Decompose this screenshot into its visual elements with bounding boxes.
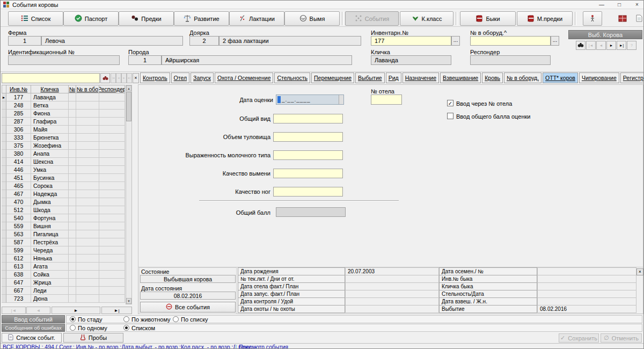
- toolbar-button-passport[interactable]: Паспорт: [63, 11, 119, 26]
- cow-row[interactable]: 446 Умка: [2, 166, 125, 174]
- list-next-page-button[interactable]: ►: [52, 307, 100, 314]
- search-input[interactable]: [2, 73, 100, 83]
- tab-registracia[interactable]: Регистрация: [620, 72, 643, 83]
- evaluation-field-input[interactable]: [273, 132, 343, 142]
- cow-row[interactable]: 287 Глафира: [2, 118, 125, 126]
- col-equip-no[interactable]: № в обо: [76, 85, 99, 93]
- tab-no-v-oborud[interactable]: № в оборуд.: [504, 72, 541, 83]
- cow-row[interactable]: 285 Фиона: [2, 110, 125, 118]
- toolbar-button-list[interactable]: Список: [8, 11, 63, 26]
- scrollbar-thumb[interactable]: [126, 92, 131, 121]
- toolbar-button-ancestors[interactable]: Предки: [119, 11, 174, 26]
- evaluation-date-input[interactable]: _.__.____: [276, 94, 344, 105]
- cow-row[interactable]: 563 Пигалица: [2, 230, 125, 238]
- col-no[interactable]: №: [69, 85, 76, 93]
- cow-row[interactable]: 638 Сойка: [2, 271, 125, 279]
- radio-by-herd[interactable]: [70, 316, 76, 322]
- cow-row[interactable]: 587 Пестрёха: [2, 238, 125, 246]
- tab-naznachenie[interactable]: Назначение: [402, 72, 439, 83]
- samples-button[interactable]: Пробы: [63, 333, 123, 343]
- toolbar-button-bulls[interactable]: Быки: [460, 11, 516, 26]
- search-close-button[interactable]: ×: [133, 73, 139, 83]
- maximize-button[interactable]: □: [614, 1, 625, 9]
- toolbar-button-development[interactable]: Развитие: [174, 11, 229, 26]
- cow-row[interactable]: 333 Брюнетка: [2, 134, 125, 142]
- date-spinner[interactable]: [339, 95, 343, 104]
- tab-krov[interactable]: Кровь: [482, 72, 503, 83]
- card-cabinet-icon[interactable]: [617, 12, 628, 25]
- tab-stelnost[interactable]: Стельность: [274, 72, 310, 83]
- tab-ohota-osemenenie[interactable]: Охота / Осеменение: [215, 72, 274, 83]
- cow-row[interactable]: 612 Нянька: [2, 255, 125, 263]
- all-events-button[interactable]: Все события: [140, 302, 236, 312]
- list-last-page-button[interactable]: ►|: [101, 307, 132, 314]
- cow-row[interactable]: 723 Дюна: [2, 295, 125, 303]
- cow-row[interactable]: 613 Агата: [2, 263, 125, 271]
- next-record-button[interactable]: ►: [606, 41, 616, 50]
- radio-by-animal[interactable]: [123, 316, 129, 322]
- events-list-button[interactable]: Список событ.: [2, 333, 62, 343]
- equipment-number-input[interactable]: [470, 36, 551, 46]
- cow-row[interactable]: 540 Фортуна: [2, 214, 125, 222]
- find-cow-button[interactable]: [576, 41, 586, 50]
- cow-responder-cell: [99, 238, 125, 246]
- cow-row[interactable]: 667 Леди: [2, 287, 125, 295]
- inventory-number-input[interactable]: 177: [371, 36, 451, 46]
- enter-total-score-checkbox[interactable]: [447, 113, 453, 119]
- radio-by-list[interactable]: [173, 316, 179, 322]
- tab-otel[interactable]: Отел: [171, 72, 189, 83]
- minimize-button[interactable]: —: [596, 1, 607, 9]
- tab-rid[interactable]: Рид: [386, 72, 401, 83]
- toolbar-button-lactations[interactable]: Лактации: [229, 11, 284, 26]
- radio-as-list[interactable]: [123, 325, 129, 331]
- responder-field: [470, 55, 551, 65]
- info-panel-close-button[interactable]: ×: [636, 268, 643, 275]
- tab-vybytie[interactable]: Выбытие: [355, 72, 385, 83]
- evaluation-field-input[interactable]: [273, 187, 343, 197]
- cow-row[interactable]: 559 Вишня: [2, 222, 125, 230]
- cow-row[interactable]: 451 Бусинка: [2, 174, 125, 182]
- tab-kontrol[interactable]: Контроль: [140, 72, 170, 83]
- last-record-button[interactable]: ►|: [617, 41, 626, 50]
- cow-row[interactable]: 512 Шкода: [2, 206, 125, 214]
- tab-vzveshivanie[interactable]: Взвешивание: [440, 72, 481, 83]
- cow-row[interactable]: 248 Ветка: [2, 101, 125, 110]
- tab-zapusk[interactable]: Запуск: [191, 72, 214, 83]
- search-find-button[interactable]: [100, 73, 110, 83]
- col-inv-number[interactable]: Инв.№: [6, 85, 31, 93]
- close-button[interactable]: ×: [632, 1, 642, 9]
- report-document-icon[interactable]: [634, 12, 644, 25]
- toolbar-button-kclass[interactable]: К.класс: [400, 11, 453, 26]
- cow-list-scrollbar[interactable]: ▲ ▼: [126, 85, 132, 304]
- cow-row[interactable]: ► 177 Лаванда: [2, 93, 125, 101]
- row-selector-cell: [2, 142, 6, 150]
- col-responder[interactable]: Респондер: [99, 85, 125, 93]
- toolbar-button-m-ancestors[interactable]: М.предки: [517, 11, 573, 26]
- calving-number-input[interactable]: [371, 94, 402, 105]
- tab-peremeschenie[interactable]: Перемещение: [311, 72, 354, 83]
- enter-by-calving-checkbox[interactable]: [447, 100, 453, 106]
- tab-chipirovanie[interactable]: Чипирование: [579, 72, 619, 83]
- inventory-lookup-button[interactable]: ...: [451, 36, 460, 46]
- radio-one-by-one[interactable]: [70, 325, 76, 331]
- tab-ott-korov[interactable]: ОТТ* коров: [543, 72, 578, 83]
- cow-row[interactable]: 380 Анапа: [2, 150, 125, 158]
- cow-row[interactable]: 465 Сорока: [2, 182, 125, 190]
- row-selector-cell: [2, 271, 6, 279]
- cow-row[interactable]: 647 Жрица: [2, 279, 125, 287]
- evaluation-field-input[interactable]: [273, 150, 343, 160]
- toolbar-button-figure[interactable]: [583, 11, 602, 26]
- scroll-down-icon[interactable]: ▼: [126, 298, 131, 304]
- cow-row[interactable]: 375 Жозефина: [2, 142, 125, 150]
- cow-row[interactable]: 306 Майя: [2, 126, 125, 134]
- scroll-up-icon[interactable]: ▲: [126, 85, 131, 91]
- cow-row[interactable]: 414 Шексна: [2, 158, 125, 166]
- evaluation-field-input[interactable]: [273, 169, 343, 178]
- cow-row[interactable]: 599 Череда: [2, 246, 125, 255]
- cow-row[interactable]: 467 Надежда: [2, 190, 125, 198]
- cow-row[interactable]: 470 Дымка: [2, 198, 125, 206]
- equipment-lookup-button[interactable]: ...: [551, 36, 559, 46]
- col-nickname[interactable]: Кличка: [31, 85, 69, 93]
- evaluation-field-input[interactable]: [273, 114, 343, 123]
- toolbar-button-udder[interactable]: Вымя: [284, 11, 340, 26]
